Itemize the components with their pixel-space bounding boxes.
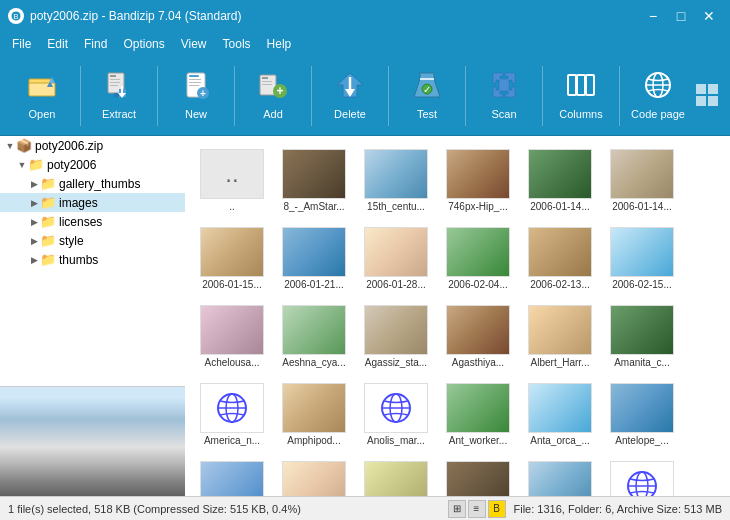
status-bar: 1 file(s) selected, 518 KB (Compressed S… bbox=[0, 496, 730, 520]
expand-icon: ▼ bbox=[4, 141, 16, 151]
sidebar-item-archive[interactable]: ▼ 📦 poty2006.zip bbox=[0, 136, 185, 155]
file-item[interactable]: Apis_mellif... bbox=[357, 456, 435, 496]
extract-button[interactable]: Extract bbox=[85, 60, 153, 132]
file-name: Aeshna_cya... bbox=[282, 357, 345, 369]
image-thumb bbox=[446, 461, 510, 496]
file-item[interactable]: .... bbox=[193, 144, 271, 218]
file-item[interactable]: Antelope_... bbox=[603, 378, 681, 452]
file-item[interactable]: America_n... bbox=[193, 378, 271, 452]
ie-thumb bbox=[364, 383, 428, 433]
menu-edit[interactable]: Edit bbox=[39, 35, 76, 53]
view-toggle-icon[interactable] bbox=[694, 82, 722, 110]
menu-options[interactable]: Options bbox=[115, 35, 172, 53]
file-name: Anolis_mar... bbox=[367, 435, 425, 447]
sidebar-item-thumbs[interactable]: ▶ 📁 thumbs bbox=[0, 250, 185, 269]
folder-label-gallery: gallery_thumbs bbox=[59, 177, 140, 191]
menu-view[interactable]: View bbox=[173, 35, 215, 53]
sidebar-item-images[interactable]: ▶ 📁 images bbox=[0, 193, 185, 212]
sidebar-wrapper: ▼ 📦 poty2006.zip ▼ 📁 poty2006 ▶ 📁 galler… bbox=[0, 136, 185, 496]
title-bar-left: B poty2006.zip - Bandizip 7.04 (Standard… bbox=[8, 8, 241, 24]
file-item[interactable]: 2006-01-21... bbox=[275, 222, 353, 296]
file-item[interactable]: Ant_worker... bbox=[439, 378, 517, 452]
open-icon bbox=[27, 71, 57, 104]
scan-icon bbox=[489, 71, 519, 104]
file-item[interactable]: 2006-01-14... bbox=[603, 144, 681, 218]
file-item[interactable]: 2006-02-04... bbox=[439, 222, 517, 296]
main-area: ▼ 📦 poty2006.zip ▼ 📁 poty2006 ▶ 📁 galler… bbox=[0, 136, 730, 496]
file-item[interactable]: Anta_orca_... bbox=[521, 378, 599, 452]
svg-rect-40 bbox=[708, 84, 718, 94]
image-thumb bbox=[364, 305, 428, 355]
add-icon: + bbox=[258, 71, 288, 104]
file-name: Antelope_... bbox=[615, 435, 668, 447]
file-item[interactable]: 2006-01-15... bbox=[193, 222, 271, 296]
image-thumb bbox=[200, 227, 264, 277]
menu-find[interactable]: Find bbox=[76, 35, 115, 53]
list-view-icon[interactable]: ≡ bbox=[468, 500, 486, 518]
sidebar-item-licenses[interactable]: ▶ 📁 licenses bbox=[0, 212, 185, 231]
expand-icon-3: ▶ bbox=[28, 179, 40, 189]
file-item[interactable]: 2006-01-28... bbox=[357, 222, 435, 296]
file-item[interactable]: Aeshna_cya... bbox=[275, 300, 353, 374]
menu-file[interactable]: File bbox=[4, 35, 39, 53]
sidebar-item-style[interactable]: ▶ 📁 style bbox=[0, 231, 185, 250]
columns-button[interactable]: Columns bbox=[547, 60, 615, 132]
image-thumb bbox=[446, 227, 510, 277]
codepage-button[interactable]: Code page bbox=[624, 60, 692, 132]
ie-thumb bbox=[200, 383, 264, 433]
add-label: Add bbox=[263, 108, 283, 120]
file-name: America_n... bbox=[204, 435, 260, 447]
folder-icon-images: 📁 bbox=[40, 195, 56, 210]
maximize-button[interactable]: □ bbox=[668, 5, 694, 27]
image-thumb bbox=[446, 305, 510, 355]
file-item[interactable]: Amphipod... bbox=[275, 378, 353, 452]
file-item[interactable]: 746px-Hip_... bbox=[439, 144, 517, 218]
bandizip-icon[interactable]: B bbox=[488, 500, 506, 518]
file-item[interactable]: Anolis_mar... bbox=[357, 378, 435, 452]
file-item[interactable]: 15th_centu... bbox=[357, 144, 435, 218]
file-item[interactable]: 2006-01-14... bbox=[521, 144, 599, 218]
svg-rect-19 bbox=[189, 85, 199, 86]
file-item[interactable]: 8_-_AmStar... bbox=[275, 144, 353, 218]
close-button[interactable]: ✕ bbox=[696, 5, 722, 27]
image-thumb bbox=[282, 305, 346, 355]
file-item[interactable]: Agasthiya... bbox=[439, 300, 517, 374]
folder-icon-gallery: 📁 bbox=[40, 176, 56, 191]
menu-tools[interactable]: Tools bbox=[215, 35, 259, 53]
menu-help[interactable]: Help bbox=[259, 35, 300, 53]
folder-icon-licenses: 📁 bbox=[40, 214, 56, 229]
sidebar-item-gallery[interactable]: ▶ 📁 gallery_thumbs bbox=[0, 174, 185, 193]
add-button[interactable]: + Add bbox=[239, 60, 307, 132]
thumbnail-view-icon[interactable]: ⊞ bbox=[448, 500, 466, 518]
minimize-button[interactable]: − bbox=[640, 5, 666, 27]
file-item[interactable]: Austria_Bu... bbox=[603, 456, 681, 496]
file-item[interactable]: Astronotus... bbox=[439, 456, 517, 496]
file-item[interactable]: Agassiz_sta... bbox=[357, 300, 435, 374]
window-title: poty2006.zip - Bandizip 7.04 (Standard) bbox=[30, 9, 241, 23]
image-thumb bbox=[364, 461, 428, 496]
delete-button[interactable]: Delete bbox=[316, 60, 384, 132]
file-item[interactable]: Amanita_c... bbox=[603, 300, 681, 374]
toolbar-sep-5 bbox=[388, 66, 389, 126]
file-item[interactable]: 2006-02-13... bbox=[521, 222, 599, 296]
folder-label-images: images bbox=[59, 196, 98, 210]
file-item[interactable]: Anthomyii... bbox=[193, 456, 271, 496]
test-button[interactable]: ✓ Test bbox=[393, 60, 461, 132]
folder-icon-style: 📁 bbox=[40, 233, 56, 248]
svg-rect-39 bbox=[696, 84, 706, 94]
toolbar-sep-2 bbox=[157, 66, 158, 126]
file-item[interactable]: Achelousa... bbox=[193, 300, 271, 374]
open-button[interactable]: Open bbox=[8, 60, 76, 132]
scan-button[interactable]: Scan bbox=[470, 60, 538, 132]
new-button[interactable]: + New bbox=[162, 60, 230, 132]
file-item[interactable]: 2006-02-15... bbox=[603, 222, 681, 296]
expand-icon-5: ▶ bbox=[28, 217, 40, 227]
sidebar-item-poty2006[interactable]: ▼ 📁 poty2006 bbox=[0, 155, 185, 174]
columns-icon bbox=[566, 71, 596, 104]
expand-icon-6: ▶ bbox=[28, 236, 40, 246]
file-item[interactable]: Athabasca_... bbox=[521, 456, 599, 496]
file-name: 2006-01-15... bbox=[202, 279, 262, 291]
expand-icon-2: ▼ bbox=[16, 160, 28, 170]
file-item[interactable]: Anvil_shap... bbox=[275, 456, 353, 496]
file-item[interactable]: Albert_Harr... bbox=[521, 300, 599, 374]
